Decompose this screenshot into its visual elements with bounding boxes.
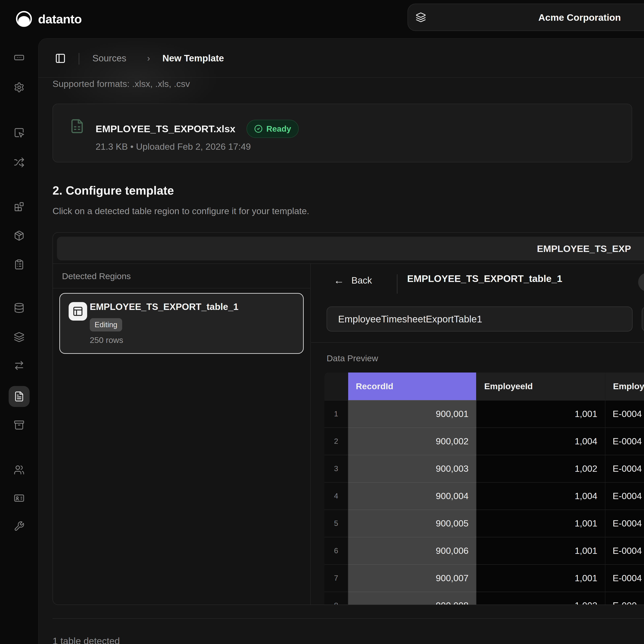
breadcrumb-sources[interactable]: Sources [92,38,126,78]
cell-row-number: 6 [324,537,348,564]
supported-formats-text: Supported formats: .xlsx, .xls, .csv [53,79,190,89]
cell-employee-id: 1,001 [477,400,605,427]
sidebar-toggle-button[interactable] [55,53,66,64]
settings-icon [14,82,25,93]
cell-record-id: 900,001 [348,400,477,427]
table-row: 5900,0051,001E-0004 [324,510,644,537]
breadcrumb-current-page: New Template [162,38,224,78]
sidebar-item-id-card[interactable] [0,493,38,504]
step-title: 2. Configure template [53,184,174,197]
table-row: 1900,0011,001E-0004 [324,400,644,427]
file-name: EMPLOYEE_TS_EXPORT.xlsx [96,123,235,134]
arrow-left-icon: ← [334,275,344,286]
sidebar-item-arrow-right-left[interactable] [0,360,38,371]
cell-row-number: 8 [324,592,348,605]
chevron-right-icon: › [147,38,150,78]
header-record-id[interactable]: RecordId [348,373,477,400]
detected-regions-panel: Detected Regions EMPLOYEE_TS_EXPORT_tabl… [53,264,311,605]
sidebar-item-settings[interactable] [0,82,38,93]
sidebar-item-square-mouse-pointer[interactable] [0,127,38,138]
check-circle-icon [254,125,263,133]
app-logo: datanto [15,10,82,28]
table-row: 8900,0081,002E-000 [324,592,644,605]
cell-row-number: 2 [324,427,348,455]
sidebar-item-rectangle-ellipsis[interactable] [0,52,38,63]
cell-employee-id: 1,001 [477,537,605,564]
cell-record-id: 900,002 [348,427,477,455]
cell-employee-id: 1,001 [477,510,605,537]
sidebar-item-blocks[interactable] [0,201,38,212]
table-name-action-button[interactable] [642,307,644,331]
file-text-icon [14,391,25,402]
cell-record-id: 900,005 [348,510,477,537]
sidebar-item-archive[interactable] [0,420,38,430]
back-button[interactable]: ← Back [334,275,372,286]
cell-employee-id: 1,004 [477,482,605,510]
cell-employee-code: E-0004 [605,455,644,482]
detected-regions-title: Detected Regions [62,264,131,288]
cell-employee-id: 1,002 [477,455,605,482]
cell-employee-code: E-000 [605,592,644,605]
table-body: 1900,0011,001E-00042900,0021,004E-000439… [324,400,644,605]
table-icon [69,302,87,321]
organization-switcher[interactable]: Acme Corporation [408,4,644,31]
sidebar-item-database[interactable] [0,302,38,313]
data-preview-table: RecordId EmployeeId Employ 1900,0011,001… [324,373,644,605]
sheet-tab[interactable]: EMPLOYEE_TS_EXP [537,237,631,260]
sidebar-item-shuffle[interactable] [0,157,38,168]
clipboard-list-icon [14,259,25,270]
layers-icon [14,332,25,343]
blocks-icon [14,201,25,212]
sidebar-item-users[interactable] [0,464,38,475]
detected-regions-header: Detected Regions [53,264,310,288]
step-subtitle: Click on a detected table region to conf… [53,206,309,216]
sidebar-nav [0,38,38,644]
sidebar-item-package[interactable] [0,230,38,241]
table-row: 7900,0071,001E-0004 [324,564,644,592]
breadcrumb: Sources › New Template [38,38,644,78]
header-employee-code[interactable]: Employ [605,373,644,400]
id-card-icon [14,493,25,504]
cell-employee-code: E-0004 [605,482,644,510]
logo-mark-icon [15,10,33,28]
cell-employee-code: E-0004 [605,427,644,455]
cell-employee-id: 1,001 [477,564,605,592]
cell-row-number: 1 [324,400,348,427]
square-mouse-pointer-icon [14,127,25,138]
sheet-tab-strip: EMPLOYEE_TS_EXP [57,237,644,260]
sidebar-item-file-text[interactable] [9,386,30,407]
layers-icon [416,12,426,23]
file-spreadsheet-icon [69,119,85,134]
cell-row-number: 4 [324,482,348,510]
rectangle-ellipsis-icon [14,52,25,63]
sidebar-item-clipboard-list[interactable] [0,259,38,270]
cell-record-id: 900,006 [348,537,477,564]
table-row: 4900,0041,004E-0004 [324,482,644,510]
archive-icon [14,420,25,430]
organization-name: Acme Corporation [538,4,621,31]
region-card[interactable]: EMPLOYEE_TS_EXPORT_table_1 Editing 250 r… [59,293,304,354]
cell-employee-id: 1,004 [477,427,605,455]
package-icon [14,230,25,241]
breadcrumb-divider [79,53,79,65]
header-employee-id[interactable]: EmployeeId [477,373,605,400]
table-name-input[interactable] [327,307,633,331]
uploaded-file-card[interactable]: EMPLOYEE_TS_EXPORT.xlsx Ready 21.3 KB • … [53,104,632,162]
data-preview-label: Data Preview [327,353,378,363]
footer-divider [53,618,644,619]
top-bar: datanto Acme Corporation [0,0,644,38]
region-editor-header: ← Back EMPLOYEE_TS_EXPORT_table_1 Simple [311,264,644,304]
main-content: Sources › New Template Supported formats… [38,38,644,644]
editor-divider [397,274,397,294]
cell-row-number: 7 [324,564,348,592]
arrow-right-left-icon [14,360,25,371]
sidebar-item-layers[interactable] [0,332,38,343]
database-icon [14,302,25,313]
header-row-number [324,373,348,400]
table-row: 6900,0061,001E-0004 [324,537,644,564]
configure-panel: EMPLOYEE_TS_EXP Detected Regions EMPLOYE… [53,232,644,605]
sidebar-item-wrench[interactable] [0,521,38,532]
cell-employee-id: 1,002 [477,592,605,605]
cell-employee-code: E-0004 [605,400,644,427]
tables-detected-count: 1 table detected [53,635,120,644]
